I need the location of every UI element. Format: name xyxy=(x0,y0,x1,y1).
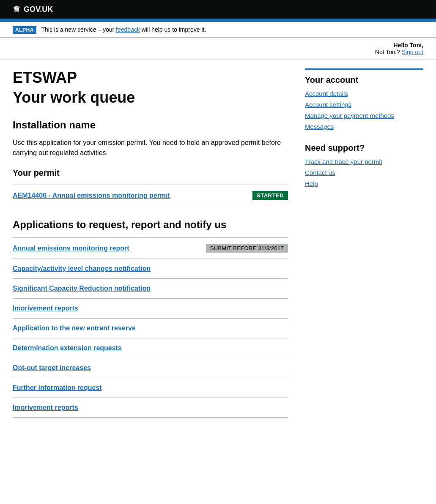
sidebar-accent-bar xyxy=(305,68,423,70)
app-link[interactable]: Determination extension requests xyxy=(13,344,122,352)
account-link[interactable]: Account settings xyxy=(305,101,351,108)
list-item: Manage your payment methods xyxy=(305,112,423,120)
permit-link[interactable]: AEM14406 - Annual emissions monitoring p… xyxy=(13,192,170,199)
alpha-banner: ALPHA This is a new service – your feedb… xyxy=(0,22,436,38)
not-user-text: Not Toni? xyxy=(375,49,400,55)
support-link[interactable]: Contact us xyxy=(305,169,335,176)
need-support-heading: Need support? xyxy=(305,143,423,153)
sign-out-link[interactable]: Sign out xyxy=(402,49,423,55)
applications-heading: Applications to request, report and noti… xyxy=(13,219,288,231)
app-link[interactable]: Imorivement reports xyxy=(13,305,78,312)
account-link[interactable]: Manage your payment methods xyxy=(305,112,394,119)
list-item: Messages xyxy=(305,123,423,131)
list-item: Track and trace your permit xyxy=(305,158,423,166)
app-link[interactable]: Annual emissions monitoring report xyxy=(13,245,129,252)
app-item: Application to the new entrant reserve xyxy=(13,319,288,338)
account-link[interactable]: Account details xyxy=(305,90,348,97)
blue-accent-bar xyxy=(0,19,436,22)
app-item: Further information request xyxy=(13,378,288,398)
main-container: ETSWAP Your work queue Installation name… xyxy=(0,60,436,418)
app-badge: SUBMIT BEFORE 31/3/2017 xyxy=(206,244,288,253)
list-item: Contact us xyxy=(305,169,423,177)
applications-list: Annual emissions monitoring reportSUBMIT… xyxy=(13,237,288,418)
permit-status-badge: STARTED xyxy=(252,191,288,200)
support-link[interactable]: Help xyxy=(305,180,318,187)
app-item: Imorivement reports xyxy=(13,398,288,418)
app-link[interactable]: Imorivement reports xyxy=(13,404,78,411)
permit-item: AEM14406 - Annual emissions monitoring p… xyxy=(13,185,288,206)
app-link[interactable]: Opt-out target increases xyxy=(13,364,91,372)
user-bar: Hello Toni, Not Toni? Sign out xyxy=(0,38,436,60)
crown-icon: ♕ xyxy=(13,4,20,14)
list-item: Help xyxy=(305,180,423,188)
app-item: Opt-out target increases xyxy=(13,358,288,378)
permit-list: AEM14406 - Annual emissions monitoring p… xyxy=(13,185,288,206)
need-support-section: Need support? Track and trace your permi… xyxy=(305,143,423,188)
app-link[interactable]: Significant Capacity Reduction notificat… xyxy=(13,285,151,292)
app-link[interactable]: Capacity/activity level changes notifica… xyxy=(13,265,151,272)
need-support-links: Track and trace your permitContact usHel… xyxy=(305,158,423,188)
app-item: Capacity/activity level changes notifica… xyxy=(13,259,288,279)
right-sidebar: Your account Account detailsAccount sett… xyxy=(305,60,423,418)
gov-header: ♕ GOV.UK xyxy=(0,0,436,19)
left-content: ETSWAP Your work queue Installation name… xyxy=(13,60,288,418)
app-item: Determination extension requests xyxy=(13,338,288,358)
app-name: ETSWAP xyxy=(13,68,288,87)
app-item: Imorivement reports xyxy=(13,299,288,319)
alpha-text-before: This is a new service – your xyxy=(41,26,114,33)
account-link[interactable]: Messages xyxy=(305,123,334,130)
feedback-link[interactable]: feedback xyxy=(116,26,140,33)
page-title: Your work queue xyxy=(13,88,288,106)
permit-heading: Your permit xyxy=(13,168,288,178)
list-item: Account details xyxy=(305,90,423,98)
your-account-section: Your account Account detailsAccount sett… xyxy=(305,68,423,131)
app-item: Significant Capacity Reduction notificat… xyxy=(13,279,288,299)
installation-description: Use this application for your emission p… xyxy=(13,138,288,158)
installation-heading: Installation name xyxy=(13,119,288,131)
alpha-text-after: will help us to improve it. xyxy=(142,26,206,33)
list-item: Account settings xyxy=(305,101,423,109)
your-account-links: Account detailsAccount settingsManage yo… xyxy=(305,90,423,131)
app-item: Annual emissions monitoring reportSUBMIT… xyxy=(13,238,288,259)
your-account-heading: Your account xyxy=(305,75,423,85)
gov-logo-link[interactable]: ♕ GOV.UK xyxy=(13,4,53,14)
alpha-tag: ALPHA xyxy=(13,26,36,34)
app-link[interactable]: Further information request xyxy=(13,384,102,392)
support-link[interactable]: Track and trace your permit xyxy=(305,158,382,165)
gov-logo-text: GOV.UK xyxy=(24,5,53,14)
app-link[interactable]: Application to the new entrant reserve xyxy=(13,324,136,332)
user-hello: Hello Toni, xyxy=(393,42,423,49)
